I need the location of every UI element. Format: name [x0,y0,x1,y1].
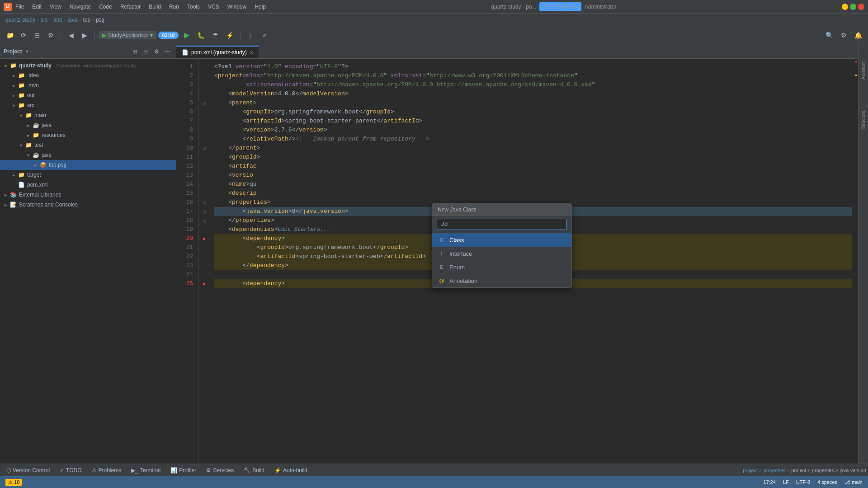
menu-refactor[interactable]: Refactor [117,2,144,11]
breadcrumb-top[interactable]: top [83,17,90,23]
tab-close-icon[interactable]: ✕ [250,50,253,55]
toolbar-collapse-btn[interactable]: ⊟ [31,29,43,42]
toolbar-project-btn[interactable]: 📁 [4,29,16,42]
tree-item-resources[interactable]: ▸ 📁 resources [0,130,176,140]
breadcrumb-src[interactable]: src [41,17,48,23]
popup-item-interface[interactable]: I Interface [432,247,571,260]
sidebar-expand-icon[interactable]: ⊞ [130,47,140,56]
menu-view[interactable]: View [46,2,65,11]
bottom-tab-services[interactable]: ⚙ Services [202,466,238,475]
run-config-selector[interactable]: ▶ StudyApplication ▾ [99,31,156,39]
status-bar: ⚠ 10 17:24 LF UTF-8 4 spaces ⎇ main [0,476,868,488]
notifications-btn[interactable]: 🔔 [852,29,864,42]
run-button[interactable]: ▶ [180,29,193,42]
bottom-tab-build[interactable]: 🔨 Build [239,466,269,475]
sidebar-close-icon[interactable]: — [162,47,172,56]
menu-vcs[interactable]: VCS [204,2,223,11]
tree-item-mvn[interactable]: ▸ 📁 .mvn [0,80,176,90]
tree-item-top-psjj[interactable]: ▸ 📦 top.psjj [0,160,176,170]
menu-help[interactable]: Help [251,2,269,11]
xml-file-tab-icon: 📄 [182,49,189,56]
popup-item-enum[interactable]: E Enum [432,260,571,274]
bottom-tab-profiler[interactable]: 📊 Profiler [166,466,201,475]
minimize-btn[interactable] [842,4,848,10]
tree-item-root[interactable]: ▾ 📁 quartz-study D:\java\idea_workspace\… [0,61,176,70]
gutter-line3 [199,80,209,89]
build-icon: 🔨 [244,467,250,474]
toolbar-settings-btn[interactable]: ⚙ [44,29,57,42]
menu-tools[interactable]: Tools [184,2,203,11]
debug-button[interactable]: 🐛 [195,29,208,42]
tree-item-test-java[interactable]: ▾ ☕ java [0,150,176,160]
tree-item-pom[interactable]: 📄 pom.xml [0,180,176,190]
popup-item-annotation[interactable]: @ Annotation [432,274,571,287]
code-line-8: <version>2.7.6</version> [214,126,853,135]
tree-item-src[interactable]: ▾ 📁 src [0,100,176,110]
profile-button[interactable]: ⚡ [224,29,236,42]
library-icon: 📚 [9,191,17,199]
tree-item-target[interactable]: ▸ 📁 target [0,170,176,180]
sidebar-collapse-icon[interactable]: ⊟ [141,47,151,56]
bottom-tab-autobuild[interactable]: ⚡ Auto-build [270,466,312,475]
breadcrumb-psjj[interactable]: psjj [96,17,104,23]
breadcrumb-sep1: › [37,17,39,23]
structure-label[interactable]: Structure [860,109,867,131]
menu-window[interactable]: Window [224,2,250,11]
close-btn[interactable] [858,4,864,10]
toolbar-back-btn[interactable]: ◀ [65,29,77,42]
profiler-label: Profiler [179,467,196,474]
toolbar-forward-btn[interactable]: ▶ [78,29,91,42]
top-toolbar: 📁 ⟳ ⊟ ⚙ ◀ ▶ ▶ StudyApplication ▾ 03:18 ▶… [0,26,868,44]
bottom-tab-vc[interactable]: ⬡ Version Control [2,466,54,475]
vcs-commit-btn[interactable]: ✓ [259,29,271,42]
tree-item-out[interactable]: ▸ 📁 out [0,90,176,100]
gutter-line8 [199,126,209,135]
bottom-tab-problems[interactable]: ⚠ Problems [87,466,126,475]
tree-item-idea[interactable]: ▸ 📁 .idea [0,70,176,80]
menu-file[interactable]: File [12,2,28,11]
folder-icon: 📁 [32,131,40,139]
breadcrumb-sep4: › [79,17,81,23]
code-line-6: <groupId>org.springframework.boot</group… [214,108,853,117]
menu-edit[interactable]: Edit [28,2,45,11]
tree-label: resources [42,132,66,138]
vcs-update-btn[interactable]: ↓ [244,29,257,42]
arrow-closed-icon: ▸ [2,202,9,207]
sidebar-tools: ⊞ ⊟ ⚙ — [130,47,172,56]
maximize-btn[interactable] [850,4,856,10]
tree-item-ext-libs[interactable]: ▸ 📚 External Libraries [0,190,176,200]
breadcrumb-java[interactable]: java [67,17,77,23]
tree-item-test[interactable]: ▾ 📁 test [0,140,176,150]
breadcrumb-test[interactable]: test [53,17,62,23]
project-tree: ▾ 📁 quartz-study D:\java\idea_workspace\… [0,59,176,464]
editor-tab-pomxml[interactable]: 📄 pom.xml (quartz-study) ✕ [176,46,259,58]
menu-build[interactable]: Build [145,2,165,11]
coverage-button[interactable]: ☂ [209,29,222,42]
toolbar-sync-btn[interactable]: ⟳ [17,29,30,42]
assistant-label[interactable]: Assistant [860,60,867,82]
bottom-tab-todo[interactable]: ✓ TODO [55,466,86,475]
tree-item-scratches[interactable]: ▸ 📝 Scratches and Consoles [0,200,176,210]
menu-navigate[interactable]: Navigate [66,2,94,11]
dropdown-arrow-icon[interactable]: ▾ [26,48,28,55]
services-icon: ⚙ [206,467,211,474]
folder-icon: 📁 [9,61,17,70]
menu-run[interactable]: Run [165,2,183,11]
class-name-input[interactable] [437,219,567,230]
search-btn[interactable]: 🔍 [823,29,835,42]
breadcrumb-sep5: › [92,17,94,23]
sidebar-settings-icon[interactable]: ⚙ [151,47,161,56]
warnings-badge[interactable]: ⚠ 10 [5,479,22,486]
tree-item-main-java[interactable]: ▸ ☕ java [0,120,176,130]
settings-gear-btn[interactable]: ⚙ [837,29,850,42]
tree-item-main[interactable]: ▾ 📁 main [0,110,176,120]
line-numbers: 12345 678910 1112131415 16171819 20 2122… [176,59,199,464]
popup-input-container [432,216,571,233]
breadcrumb-project[interactable]: quartz-study [5,17,35,23]
tree-label: java [42,122,52,128]
bottom-tab-terminal[interactable]: ▶_ Terminal [127,466,165,475]
menu-code[interactable]: Code [95,2,116,11]
popup-item-class[interactable]: C Class [432,233,571,247]
tree-item-path: D:\java\idea_workspace\quartz-study [54,63,136,68]
code-line-11: <groupId> [214,153,853,162]
